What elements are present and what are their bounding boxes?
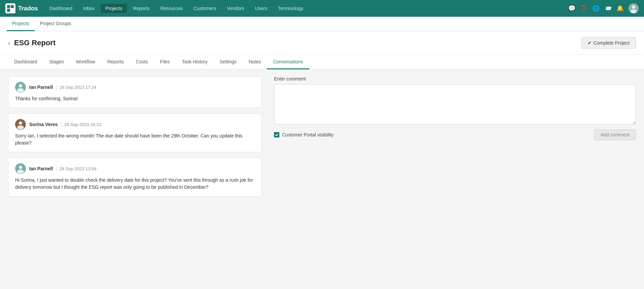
svg-point-8 <box>19 84 22 88</box>
tab-workflow[interactable]: Workflow <box>70 55 101 69</box>
globe-icon[interactable]: 🌐 <box>592 5 600 12</box>
comment-form-footer: Customer Portal visibility Add comment <box>274 129 636 140</box>
subnav-item-projects[interactable]: Projects <box>7 17 35 31</box>
logo-text: Trados <box>18 5 38 12</box>
subnav-item-project-groups[interactable]: Project Groups <box>35 17 77 31</box>
comment-header-2: Sorina Veres | 28 Sep 2023 16:23 <box>15 119 255 130</box>
comment-text-1: Thanks for confirming, Sorina! <box>15 95 255 102</box>
svg-point-5 <box>632 5 635 9</box>
help-icon[interactable]: ❓ <box>580 5 588 12</box>
complete-project-button[interactable]: ✔ Complete Project <box>581 37 636 49</box>
user-avatar[interactable] <box>629 3 639 13</box>
nav-item-projects[interactable]: Projects <box>101 4 127 13</box>
nav-item-dashboard[interactable]: Dashboard <box>45 4 77 13</box>
message-icon[interactable]: 📨 <box>604 5 612 12</box>
sub-navigation: Projects Project Groups <box>0 17 644 31</box>
tab-reports[interactable]: Reports <box>101 55 130 69</box>
comment-date-1: 28 Sep 2023 17:24 <box>59 85 96 90</box>
tab-notes[interactable]: Notes <box>243 55 267 69</box>
comment-header-3: Ian Parnell | 28 Sep 2023 13:58 <box>15 163 255 174</box>
add-comment-button[interactable]: Add comment <box>594 129 636 140</box>
comment-author-3: Ian Parnell <box>29 166 53 171</box>
project-header: ‹ ESG Report ✔ Complete Project <box>0 31 644 55</box>
comment-form-panel: Enter comment Customer Portal visibility… <box>269 69 644 264</box>
tab-files[interactable]: Files <box>154 55 176 69</box>
tab-task-history[interactable]: Task History <box>176 55 214 69</box>
project-header-left: ‹ ESG Report <box>8 39 55 47</box>
svg-point-11 <box>19 121 22 125</box>
comment-card-2: Sorina Veres | 28 Sep 2023 16:23 Sorry I… <box>8 113 262 152</box>
comment-meta-1: Ian Parnell | 28 Sep 2023 17:24 <box>29 84 96 90</box>
tab-conversations[interactable]: Conversations <box>267 55 309 69</box>
logo[interactable]: Trados <box>5 3 38 13</box>
tab-settings[interactable]: Settings <box>214 55 243 69</box>
comment-text-2: Sorry Ian, I selected the wrong month! T… <box>15 132 255 147</box>
nav-item-users[interactable]: Users <box>250 4 272 13</box>
nav-item-resources[interactable]: Resources <box>155 4 187 13</box>
nav-item-inbox[interactable]: Inbox <box>79 4 99 13</box>
nav-item-reports[interactable]: Reports <box>128 4 154 13</box>
comment-date-2: 28 Sep 2023 16:23 <box>64 122 101 127</box>
comment-form-label: Enter comment <box>274 76 636 81</box>
checkmark-icon: ✔ <box>588 40 592 46</box>
comment-meta-3: Ian Parnell | 28 Sep 2023 13:58 <box>29 166 96 171</box>
comment-avatar-sorina <box>15 119 26 130</box>
nav-right-icons: 💬 ❓ 🌐 📨 🔔 <box>568 3 639 13</box>
svg-rect-0 <box>7 5 10 8</box>
comment-date-3: 28 Sep 2023 13:58 <box>59 166 96 171</box>
back-button[interactable]: ‹ <box>8 40 10 46</box>
tab-costs[interactable]: Costs <box>130 55 154 69</box>
bell-icon[interactable]: 🔔 <box>616 5 624 12</box>
customer-portal-checkbox[interactable] <box>274 132 279 137</box>
svg-rect-1 <box>11 5 14 8</box>
comment-meta-2: Sorina Veres | 28 Sep 2023 16:23 <box>29 122 101 127</box>
tab-stages[interactable]: Stages <box>43 55 70 69</box>
comment-textarea[interactable] <box>274 84 636 124</box>
comment-card-3: Ian Parnell | 28 Sep 2023 13:58 Hi Sorin… <box>8 158 262 196</box>
comment-author-2: Sorina Veres <box>29 122 58 127</box>
conversations-panel: Ian Parnell | 28 Sep 2023 17:24 Thanks f… <box>0 69 269 264</box>
visibility-label: Customer Portal visibility <box>282 132 333 137</box>
comment-avatar-ian-1 <box>15 82 26 93</box>
comment-text-3: Hi Sorina, I just wanted to double check… <box>15 177 255 191</box>
comment-avatar-ian-2 <box>15 163 26 174</box>
svg-point-6 <box>631 9 637 13</box>
nav-item-customers[interactable]: Customers <box>189 4 221 13</box>
visibility-checkbox-row: Customer Portal visibility <box>274 132 333 137</box>
logo-icon <box>5 3 15 13</box>
nav-item-terminology[interactable]: Terminology <box>273 4 308 13</box>
top-navigation: Trados Dashboard Inbox Projects Reports … <box>0 0 644 17</box>
page-tabs: Dashboard Stages Workflow Reports Costs … <box>0 55 644 69</box>
project-title: ESG Report <box>14 39 55 47</box>
nav-item-vendors[interactable]: Vendors <box>222 4 249 13</box>
comment-header-1: Ian Parnell | 28 Sep 2023 17:24 <box>15 82 255 93</box>
svg-rect-3 <box>11 9 14 12</box>
svg-rect-2 <box>7 9 10 12</box>
complete-project-label: Complete Project <box>594 40 630 46</box>
comment-card-1: Ian Parnell | 28 Sep 2023 17:24 Thanks f… <box>8 76 262 108</box>
tab-dashboard[interactable]: Dashboard <box>8 55 43 69</box>
svg-point-15 <box>17 170 24 174</box>
svg-point-14 <box>19 166 22 169</box>
main-layout: Ian Parnell | 28 Sep 2023 17:24 Thanks f… <box>0 69 644 264</box>
svg-point-9 <box>17 88 24 92</box>
nav-items: Dashboard Inbox Projects Reports Resourc… <box>45 4 568 13</box>
comment-author-1: Ian Parnell <box>29 84 53 90</box>
svg-point-12 <box>17 125 24 129</box>
chat-icon[interactable]: 💬 <box>568 5 576 12</box>
